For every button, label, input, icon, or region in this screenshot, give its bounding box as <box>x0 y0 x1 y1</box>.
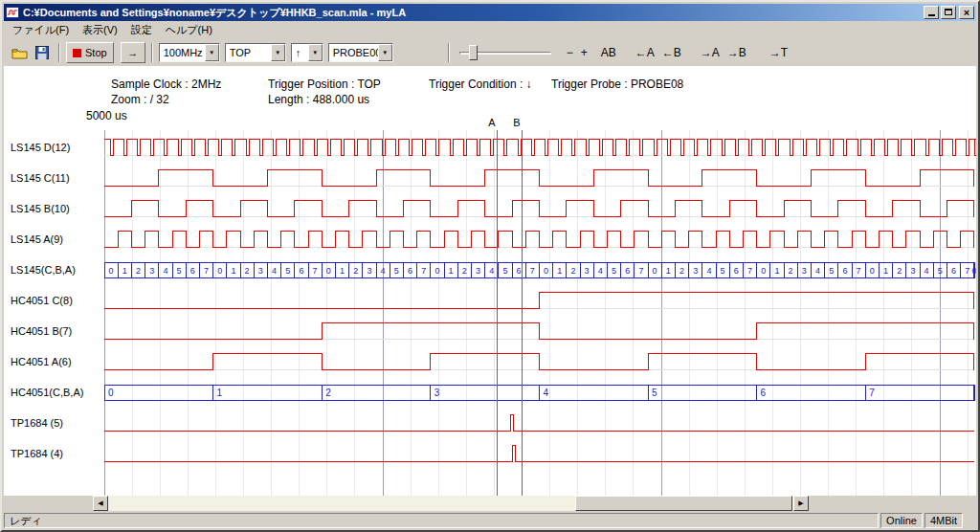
bus-value: 7 <box>530 266 535 276</box>
bus-value: 6 <box>761 388 767 398</box>
bus-cell <box>104 385 213 400</box>
bus-value: 1 <box>774 266 779 276</box>
toolbar-separator <box>448 43 450 62</box>
open-button[interactable] <box>8 43 32 62</box>
bus-value: 2 <box>897 266 902 276</box>
menu-help[interactable]: ヘルプ(H) <box>159 21 219 39</box>
waveform-canvas[interactable]: 0123456701234567012345670123456701234567… <box>4 66 976 499</box>
bus-value: 3 <box>258 266 263 276</box>
slider-thumb[interactable] <box>469 45 478 60</box>
zoom-in-button[interactable]: + <box>577 43 591 62</box>
bus-value: 0 <box>544 266 548 276</box>
chevron-down-icon: ▼ <box>209 50 214 55</box>
minimize-icon <box>928 14 935 16</box>
chevron-down-icon: ▼ <box>275 50 280 55</box>
bus-value: 1 <box>666 266 671 276</box>
bus-value: 7 <box>857 266 861 276</box>
maximize-button[interactable] <box>941 6 956 19</box>
go-a-left-button[interactable]: ←A <box>632 43 658 62</box>
bus-value: 0 <box>761 266 766 276</box>
bus-value: 6 <box>734 266 739 276</box>
bus-value: 7 <box>204 266 209 276</box>
bus-value: 2 <box>679 266 684 276</box>
go-b-right-button[interactable]: →B <box>724 43 750 62</box>
scrollbar-row: ◀ ▶ <box>4 496 976 511</box>
bus-value: 1 <box>557 266 562 276</box>
zoom-out-button[interactable]: − <box>563 43 577 62</box>
go-b-left-button[interactable]: ←B <box>658 43 685 62</box>
channel-label-1: LS145 C(11) <box>11 170 70 186</box>
zoom-slider[interactable] <box>459 43 551 62</box>
bus-value: 5 <box>829 266 834 276</box>
trigger-position-select[interactable]: TOP ▼ <box>225 43 286 62</box>
stop-button[interactable]: Stop <box>66 42 114 63</box>
bus-value: 1 <box>449 266 454 276</box>
probe-select[interactable]: PROBE00 ▼ <box>328 43 393 62</box>
status-online: Online <box>880 513 923 528</box>
bus-value: 4 <box>924 266 929 276</box>
dropdown-arrow-icon[interactable]: ▼ <box>308 44 323 61</box>
bus-value: 1 <box>883 266 888 276</box>
horizontal-scrollbar[interactable]: ◀ ▶ <box>93 496 809 511</box>
bus-value: 7 <box>747 266 752 276</box>
cursor-label-b: B <box>513 117 520 128</box>
bus-value: 3 <box>693 266 698 276</box>
bus-cell <box>865 385 974 400</box>
channel-label-6: HC4051 B(7) <box>11 323 72 339</box>
menu-settings[interactable]: 設定 <box>124 21 159 39</box>
time-per-division-label: 5000 us <box>86 109 127 122</box>
bus-value: 6 <box>517 266 522 276</box>
channel-label-3: LS145 A(9) <box>11 232 63 247</box>
close-button[interactable]: × <box>959 6 974 19</box>
channel-label-8: HC4051(C,B,A) <box>11 385 83 400</box>
bus-value: 5 <box>177 266 182 276</box>
scroll-left-button[interactable]: ◀ <box>93 496 108 511</box>
bus-value: 2 <box>353 266 358 276</box>
bus-value: 5 <box>721 266 725 276</box>
minimize-button[interactable] <box>924 6 939 19</box>
bus-value: 3 <box>476 266 480 276</box>
trigger-edge-select[interactable]: ↑ ▼ <box>291 43 323 62</box>
bus-value: 3 <box>434 388 440 398</box>
status-spacer <box>965 513 976 528</box>
maximize-icon <box>945 9 952 15</box>
bus-value: 4 <box>489 266 494 276</box>
bus-value: 0 <box>217 266 222 276</box>
app-icon <box>6 6 19 19</box>
bus-value: 2 <box>462 266 467 276</box>
menubar: ファイル(F) 表示(V) 設定 ヘルプ(H) <box>4 21 976 39</box>
channel-label-10: TP1684 (4) <box>11 446 63 461</box>
bus-value: 2 <box>245 266 250 276</box>
status-ready: レディ <box>4 513 879 528</box>
menu-file[interactable]: ファイル(F) <box>6 21 76 39</box>
scroll-track[interactable] <box>108 496 793 511</box>
bus-value: 1 <box>340 266 345 276</box>
chevron-down-icon: ▼ <box>382 50 388 55</box>
bus-value: 4 <box>598 266 603 276</box>
titlebar[interactable]: C:¥Documents and Settings¥noname¥デスクトップ¥… <box>4 4 976 21</box>
scroll-right-button[interactable]: ▶ <box>793 496 809 511</box>
menu-view[interactable]: 表示(V) <box>76 21 124 39</box>
trace-7 <box>104 353 974 369</box>
run-button[interactable]: → <box>121 42 145 63</box>
scroll-left-icon: ◀ <box>98 499 102 507</box>
stop-label: Stop <box>85 47 107 58</box>
go-trigger-button[interactable]: →T <box>766 43 791 62</box>
save-button[interactable] <box>32 43 53 62</box>
trace-2 <box>104 200 974 216</box>
scroll-thumb[interactable] <box>575 496 792 511</box>
chevron-down-icon: ▼ <box>312 50 318 55</box>
clock-select[interactable]: 100MHz ▼ <box>159 43 220 62</box>
trace-5 <box>104 292 974 308</box>
dropdown-arrow-icon[interactable]: ▼ <box>378 44 392 61</box>
dropdown-arrow-icon[interactable]: ▼ <box>205 44 219 61</box>
ab-button[interactable]: AB <box>597 43 620 62</box>
bus-value: 5 <box>612 266 616 276</box>
window-title: C:¥Documents and Settings¥noname¥デスクトップ¥… <box>23 6 922 20</box>
bus-value: 7 <box>869 388 875 398</box>
channel-label-2: LS145 B(10) <box>11 201 70 216</box>
go-a-right-button[interactable]: →A <box>697 43 724 62</box>
channel-label-5: HC4051 C(8) <box>11 293 73 308</box>
bus-value: 5 <box>938 266 943 276</box>
dropdown-arrow-icon[interactable]: ▼ <box>271 44 285 61</box>
